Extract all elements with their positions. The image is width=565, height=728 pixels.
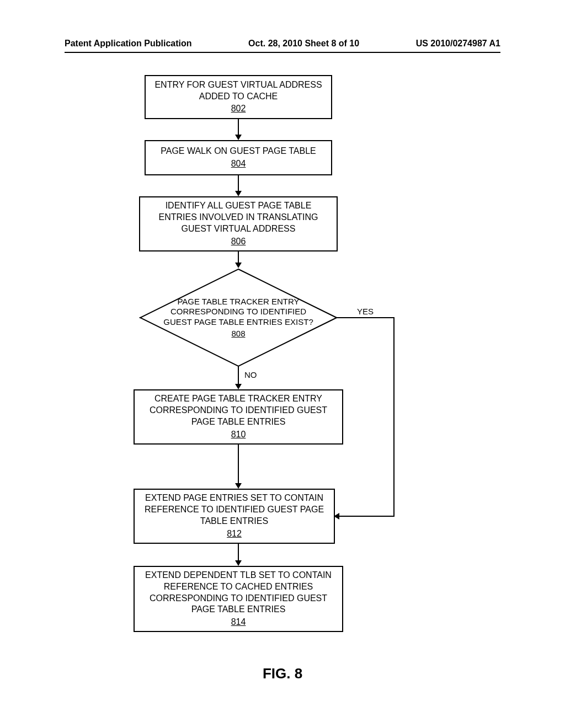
step-814-ref: 814 [140, 617, 337, 628]
header-right: US 2010/0274987 A1 [416, 39, 500, 49]
step-806: IDENTIFY ALL GUEST PAGE TABLE ENTRIES IN… [139, 196, 338, 251]
arrow [339, 516, 395, 517]
step-804: PAGE WALK ON GUEST PAGE TABLE 804 [145, 140, 332, 175]
step-810-ref: 810 [140, 429, 337, 441]
decision-808: PAGE TABLE TRACKER ENTRY CORRESPONDING T… [139, 268, 338, 367]
arrow [238, 366, 239, 385]
header-center: Oct. 28, 2010 Sheet 8 of 10 [248, 39, 359, 49]
step-804-text: PAGE WALK ON GUEST PAGE TABLE [151, 146, 326, 157]
arrow [238, 251, 239, 264]
arrow [238, 119, 239, 136]
arrow [337, 317, 395, 318]
arrow [238, 445, 239, 484]
step-812-text: EXTEND PAGE ENTRIES SET TO CONTAIN REFER… [140, 493, 328, 527]
step-802-ref: 802 [151, 103, 326, 115]
step-812: EXTEND PAGE ENTRIES SET TO CONTAIN REFER… [134, 489, 335, 544]
step-802: ENTRY FOR GUEST VIRTUAL ADDRESS ADDED TO… [145, 75, 332, 119]
step-802-text: ENTRY FOR GUEST VIRTUAL ADDRESS ADDED TO… [151, 79, 326, 103]
step-814-text: EXTEND DEPENDENT TLB SET TO CONTAIN REFE… [140, 570, 337, 615]
arrow-head-icon [235, 483, 242, 489]
page-header: Patent Application Publication Oct. 28, … [65, 39, 500, 53]
figure-caption: FIG. 8 [65, 665, 500, 682]
decision-808-ref: 808 [231, 329, 245, 339]
step-806-ref: 806 [146, 236, 331, 248]
arrow [393, 317, 395, 517]
arrow-head-icon [235, 135, 242, 140]
step-812-ref: 812 [140, 528, 328, 540]
arrow [238, 544, 239, 561]
step-804-ref: 804 [151, 158, 326, 170]
label-no: NO [244, 370, 257, 379]
arrow-head-icon [235, 560, 242, 566]
arrow-head-icon [235, 263, 242, 268]
header-left: Patent Application Publication [65, 39, 192, 49]
flowchart: ENTRY FOR GUEST VIRTUAL ADDRESS ADDED TO… [65, 75, 500, 660]
arrow-head-icon [235, 384, 242, 389]
label-yes: YES [357, 307, 374, 316]
decision-808-text: PAGE TABLE TRACKER ENTRY CORRESPONDING T… [161, 297, 316, 328]
step-806-text: IDENTIFY ALL GUEST PAGE TABLE ENTRIES IN… [146, 200, 331, 234]
step-810-text: CREATE PAGE TABLE TRACKER ENTRY CORRESPO… [140, 393, 337, 427]
arrow-head-icon [235, 191, 242, 196]
step-814: EXTEND DEPENDENT TLB SET TO CONTAIN REFE… [134, 566, 343, 632]
arrow [238, 175, 239, 192]
step-810: CREATE PAGE TABLE TRACKER ENTRY CORRESPO… [134, 389, 343, 445]
